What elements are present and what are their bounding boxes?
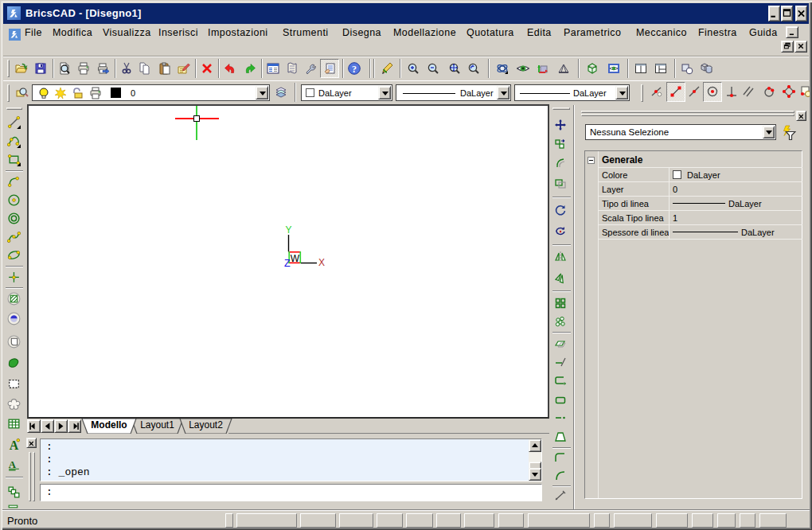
svg-text:W: W <box>291 253 300 264</box>
svg-text:X: X <box>318 257 325 268</box>
svg-text:Y: Y <box>286 224 292 236</box>
svg-text:Z: Z <box>284 258 291 269</box>
svg-text:?: ? <box>352 64 357 75</box>
svg-text:A: A <box>9 459 17 470</box>
